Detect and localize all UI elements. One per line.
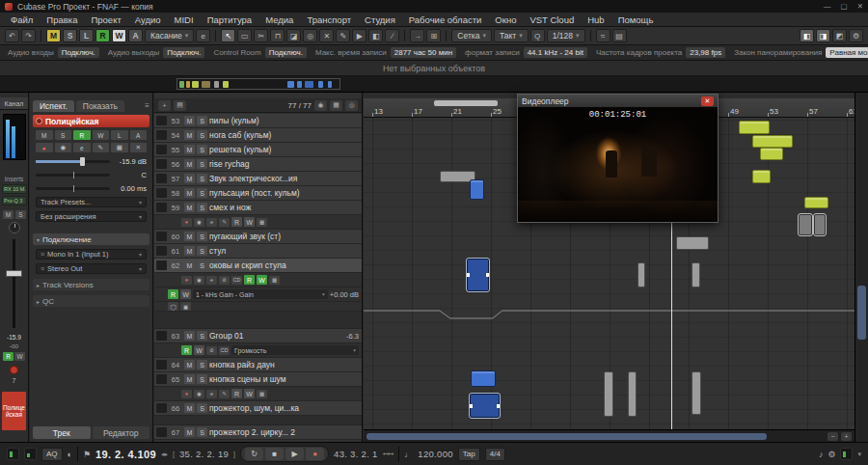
- channel-solo-button[interactable]: S: [15, 210, 26, 219]
- track-row-61[interactable]: 61MSстул: [154, 244, 362, 259]
- menu-item-9[interactable]: Рабочие области: [402, 14, 489, 25]
- track-mute-button[interactable]: M: [184, 145, 195, 154]
- bottom-tab-0[interactable]: Трек: [33, 426, 91, 439]
- status-value[interactable]: 44.1 kHz - 24 bit: [524, 47, 587, 58]
- grid-type-dropdown[interactable]: Сетка: [451, 29, 492, 42]
- track-row-54[interactable]: 54MSнога саб (кульм): [154, 128, 362, 143]
- settings-gear-icon[interactable]: ⚙: [827, 450, 835, 459]
- audio-event-11[interactable]: [739, 121, 770, 134]
- monitor-icon[interactable]: ◉: [194, 218, 204, 227]
- edit-channel-icon[interactable]: e: [206, 218, 217, 227]
- read-automation-button[interactable]: R: [181, 345, 192, 355]
- output-off-button[interactable]: ✕: [130, 143, 148, 152]
- lanes-icon[interactable]: ▦: [269, 276, 280, 285]
- write-automation-button[interactable]: W: [244, 389, 255, 398]
- audio-event-10[interactable]: [692, 371, 701, 415]
- track-row-65[interactable]: 65MSкнопка сцены и шум: [154, 372, 362, 387]
- edit-icon[interactable]: ✎: [93, 143, 110, 152]
- grid-icon[interactable]: ▦: [330, 100, 342, 111]
- status-value[interactable]: Равная мощность: [826, 47, 868, 58]
- inspector-button-a[interactable]: A: [130, 130, 148, 140]
- track-mute-button[interactable]: M: [184, 374, 195, 384]
- tap-tempo-button[interactable]: Tap: [458, 448, 480, 461]
- write-automation-button[interactable]: W: [257, 275, 267, 285]
- lanes-icon[interactable]: ▦: [257, 218, 267, 227]
- track-row-53[interactable]: 53MSпилы (кульм): [154, 114, 362, 128]
- add-track-button[interactable]: +: [158, 100, 171, 111]
- exchange-time-icon[interactable]: ◂▸: [161, 451, 168, 458]
- track-solo-button[interactable]: S: [197, 403, 207, 413]
- track-solo-button[interactable]: S: [197, 188, 207, 198]
- punch-out-icon[interactable]: ]: [233, 451, 235, 457]
- setup-toolbar-icon[interactable]: ⚙: [849, 29, 863, 42]
- tab-visibility[interactable]: Показать: [76, 100, 124, 112]
- edit-channel-icon[interactable]: e: [206, 276, 217, 285]
- left-locator-display[interactable]: 35. 2. 2. 19: [179, 449, 229, 459]
- inspector-button-l[interactable]: L: [111, 130, 128, 140]
- mute-all-button[interactable]: M: [46, 29, 61, 42]
- inspector-menu-icon[interactable]: ≡: [145, 101, 149, 110]
- pan-knob[interactable]: [9, 222, 20, 233]
- left-zone-toggle[interactable]: ◧: [800, 29, 814, 42]
- channel-mute-button[interactable]: M: [3, 210, 14, 219]
- zoom-tool-icon[interactable]: ◎: [303, 29, 317, 42]
- audio-quantize-button[interactable]: AQ: [41, 448, 63, 461]
- hscroll-thumb[interactable]: [366, 433, 767, 440]
- marker-flag-icon[interactable]: ⚑: [83, 450, 91, 459]
- audio-event-1[interactable]: [470, 179, 484, 200]
- edit-icon[interactable]: ✎: [219, 218, 230, 227]
- track-solo-button[interactable]: S: [197, 159, 207, 169]
- read-automation-button[interactable]: R: [168, 289, 178, 299]
- track-mute-button[interactable]: M: [184, 360, 195, 369]
- quantize-value-dropdown[interactable]: 1/128: [547, 29, 585, 42]
- audio-event-3[interactable]: [471, 370, 496, 387]
- extension-dropdown[interactable]: Без расширения: [36, 211, 147, 222]
- inspector-button-r[interactable]: R: [73, 130, 91, 140]
- read-all-button[interactable]: R: [95, 29, 110, 42]
- audio-event-9[interactable]: [628, 371, 637, 417]
- automation-parameter-dropdown[interactable]: 1 - kHs Gain - Gain: [193, 289, 328, 299]
- stop-button[interactable]: ■: [265, 448, 284, 460]
- right-locator-display[interactable]: 43. 3. 2. 1: [334, 449, 378, 459]
- track-mute-button[interactable]: M: [184, 130, 195, 140]
- bypass-icon[interactable]: ⊘: [219, 276, 230, 285]
- track-row-67[interactable]: 67MSпрожектор 2. цирку... 2: [154, 425, 362, 440]
- track-mute-button[interactable]: M: [184, 427, 195, 437]
- select-tool-icon[interactable]: ↖: [221, 29, 235, 42]
- track-solo-button[interactable]: S: [197, 427, 207, 437]
- track-solo-button[interactable]: S: [197, 331, 207, 341]
- volume-slider[interactable]: [36, 160, 110, 163]
- maximize-button[interactable]: ▢: [841, 2, 848, 11]
- track-solo-button[interactable]: S: [197, 374, 207, 384]
- track-mute-button[interactable]: M: [184, 203, 195, 212]
- menu-item-7[interactable]: Транспорт: [300, 14, 358, 25]
- audio-event-7[interactable]: [692, 262, 700, 287]
- bottom-tab-1[interactable]: Редактор: [93, 426, 150, 439]
- status-value[interactable]: Подключ.: [58, 47, 99, 58]
- mute-tool-icon[interactable]: ✕: [319, 29, 334, 42]
- lock-icon[interactable]: ▣: [180, 302, 191, 311]
- edit-channel-icon[interactable]: e: [206, 390, 217, 398]
- track-mute-button[interactable]: M: [184, 246, 195, 256]
- audio-event-6[interactable]: [637, 262, 645, 287]
- fader-handle[interactable]: [6, 270, 22, 277]
- track-mute-button[interactable]: M: [184, 260, 195, 270]
- audio-event-5[interactable]: [676, 236, 709, 250]
- read-automation-button[interactable]: R: [231, 217, 242, 227]
- status-value[interactable]: Подключ.: [265, 47, 307, 58]
- track-row-63[interactable]: 63MSGroup 01-6.3: [154, 329, 362, 343]
- minimize-button[interactable]: —: [824, 2, 831, 11]
- track-mute-button[interactable]: M: [184, 188, 195, 198]
- play-tool-icon[interactable]: ▶: [352, 29, 366, 42]
- audio-event-16[interactable]: [799, 214, 812, 235]
- write-all-button[interactable]: W: [112, 29, 126, 42]
- menu-item-8[interactable]: Студия: [358, 14, 402, 25]
- track-row-62[interactable]: 62MSоковы и скрип стула: [154, 259, 362, 273]
- video-player-window[interactable]: Видеоплеер ✕ 00:01:25:01: [517, 94, 719, 223]
- audio-event-14[interactable]: [752, 170, 771, 183]
- listen-all-button[interactable]: L: [79, 29, 94, 42]
- primary-time-display[interactable]: 19. 2. 4.109: [95, 449, 156, 460]
- erase-tool-icon[interactable]: ◪: [286, 29, 301, 42]
- glue-tool-icon[interactable]: ⊓: [270, 29, 285, 42]
- status-value[interactable]: 23,98 fps: [686, 47, 725, 58]
